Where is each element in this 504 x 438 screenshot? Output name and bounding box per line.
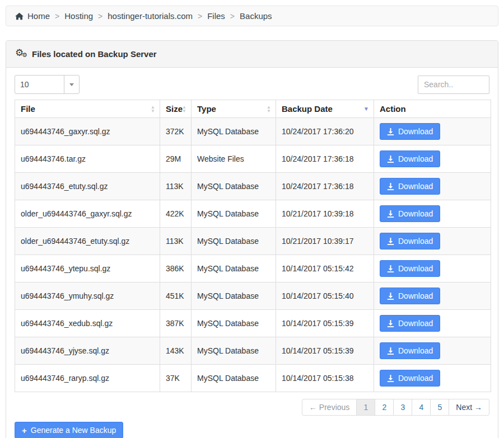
backup-date-cell: 10/24/2017 17:36:18 xyxy=(276,173,374,200)
action-cell: Download xyxy=(374,118,491,145)
file-type-cell: MySQL Database xyxy=(192,337,276,365)
pagination-page-5[interactable]: 5 xyxy=(430,399,449,416)
breadcrumb-item-hosting[interactable]: Hosting xyxy=(64,11,93,21)
pagination-previous-button[interactable]: ← Previous xyxy=(302,399,357,416)
file-type-cell: MySQL Database xyxy=(192,173,276,200)
search-input[interactable] xyxy=(418,76,489,94)
breadcrumb: Home > Hosting > hostinger-tutorials.com… xyxy=(6,6,498,26)
column-header-backup-date[interactable]: Backup Date xyxy=(276,100,374,118)
table-row: u694443746_xedub.sql.gz 387K MySQL Datab… xyxy=(15,310,491,337)
breadcrumb-separator: > xyxy=(55,12,59,21)
table-controls: 10 xyxy=(15,75,489,94)
breadcrumb-item-home[interactable]: Home xyxy=(15,11,50,21)
file-name-cell: u694443746_gaxyr.sql.gz xyxy=(15,118,160,145)
backup-date-cell: 10/14/2017 05:15:40 xyxy=(276,282,374,310)
table-row: older_u694443746_gaxyr.sql.gz 422K MySQL… xyxy=(15,200,491,228)
breadcrumb-item-domain[interactable]: hostinger-tutorials.com xyxy=(108,11,193,21)
table-header-row: File Size Type Backup Date Action xyxy=(15,100,491,118)
download-button-label: Download xyxy=(398,237,433,246)
file-name-cell: u694443746_etuty.sql.gz xyxy=(15,173,160,200)
file-type-cell: Website Files xyxy=(192,145,276,173)
page-size-select[interactable]: 10 xyxy=(15,75,80,94)
download-icon xyxy=(387,320,394,327)
chevron-down-icon xyxy=(69,83,74,86)
sort-icon xyxy=(182,105,186,113)
file-size-cell: 386K xyxy=(160,255,192,282)
download-button[interactable]: Download xyxy=(380,260,440,277)
file-type-cell: MySQL Database xyxy=(192,228,276,255)
download-button[interactable]: Download xyxy=(380,370,440,387)
download-button-label: Download xyxy=(398,264,433,273)
file-size-cell: 143K xyxy=(160,337,192,365)
download-button[interactable]: Download xyxy=(380,315,440,332)
table-row: older_u694443746_etuty.sql.gz 113K MySQL… xyxy=(15,228,491,255)
action-cell: Download xyxy=(374,282,491,310)
generate-backup-button[interactable]: + Generate a New Backup xyxy=(15,422,123,438)
file-size-cell: 372K xyxy=(160,118,192,145)
select-caret-box xyxy=(64,76,79,93)
download-button[interactable]: Download xyxy=(380,342,440,359)
download-button-label: Download xyxy=(398,319,433,328)
download-icon xyxy=(387,210,394,218)
pagination-page-2[interactable]: 2 xyxy=(375,399,394,416)
file-name-cell: u694443746_ymuhy.sql.gz xyxy=(15,282,160,310)
backup-date-cell: 10/14/2017 05:15:38 xyxy=(276,365,374,392)
action-cell: Download xyxy=(374,255,491,282)
download-button[interactable]: Download xyxy=(380,178,440,195)
table-row: u694443746_yjyse.sql.gz 143K MySQL Datab… xyxy=(15,337,491,365)
file-type-cell: MySQL Database xyxy=(192,200,276,228)
breadcrumb-item-label: Home xyxy=(27,11,50,21)
sort-icon xyxy=(363,106,369,112)
table-row: u694443746_raryp.sql.gz 37K MySQL Databa… xyxy=(15,365,491,392)
breadcrumb-separator: > xyxy=(198,12,202,21)
breadcrumb-separator: > xyxy=(98,12,102,21)
download-icon xyxy=(387,375,394,382)
backup-date-cell: 10/21/2017 10:39:18 xyxy=(276,200,374,228)
action-cell: Download xyxy=(374,310,491,337)
download-icon xyxy=(387,128,394,135)
pagination-next-button[interactable]: Next → xyxy=(449,399,489,416)
table-row: u694443746_ymuhy.sql.gz 451K MySQL Datab… xyxy=(15,282,491,310)
file-size-cell: 37K xyxy=(160,365,192,392)
file-size-cell: 422K xyxy=(160,200,192,228)
download-icon xyxy=(387,293,394,300)
breadcrumb-item-backups: Backups xyxy=(240,11,272,21)
generate-backup-label: Generate a New Backup xyxy=(31,426,116,435)
download-button-label: Download xyxy=(398,374,433,383)
download-icon xyxy=(387,347,394,355)
backup-date-cell: 10/14/2017 05:15:39 xyxy=(276,310,374,337)
download-button[interactable]: Download xyxy=(380,233,440,249)
pagination-page-1[interactable]: 1 xyxy=(356,399,375,416)
panel-body: 10 File Size Type Backup Date Action xyxy=(6,68,498,438)
download-button[interactable]: Download xyxy=(380,288,440,304)
backups-table: File Size Type Backup Date Action u69444… xyxy=(15,100,491,392)
action-cell: Download xyxy=(374,173,491,200)
breadcrumb-separator: > xyxy=(230,12,235,21)
file-type-cell: MySQL Database xyxy=(192,282,276,310)
breadcrumb-item-files[interactable]: Files xyxy=(207,11,225,21)
action-cell: Download xyxy=(374,145,491,173)
download-button[interactable]: Download xyxy=(380,150,440,167)
column-header-type[interactable]: Type xyxy=(192,100,276,118)
backup-date-cell: 10/14/2017 05:15:39 xyxy=(276,337,374,365)
file-size-cell: 113K xyxy=(160,228,192,255)
download-button-label: Download xyxy=(398,154,433,163)
pagination-page-3[interactable]: 3 xyxy=(393,399,412,416)
file-type-cell: MySQL Database xyxy=(192,255,276,282)
column-header-size[interactable]: Size xyxy=(160,100,192,118)
panel-title: Files located on Backup Server xyxy=(32,49,157,59)
table-row: u694443746_etuty.sql.gz 113K MySQL Datab… xyxy=(15,173,491,200)
pagination-page-4[interactable]: 4 xyxy=(412,399,431,416)
column-header-action: Action xyxy=(374,100,491,118)
column-header-file[interactable]: File xyxy=(15,100,160,118)
file-type-cell: MySQL Database xyxy=(192,310,276,337)
download-button[interactable]: Download xyxy=(380,123,440,140)
download-icon xyxy=(387,156,394,163)
panel-footer: + Generate a New Backup xyxy=(15,422,489,438)
sort-icon xyxy=(151,105,155,113)
download-button[interactable]: Download xyxy=(380,205,440,222)
plus-icon: + xyxy=(22,426,27,435)
table-row: u694443746_gaxyr.sql.gz 372K MySQL Datab… xyxy=(15,118,491,145)
file-size-cell: 387K xyxy=(160,310,192,337)
file-name-cell: older_u694443746_etuty.sql.gz xyxy=(15,228,160,255)
